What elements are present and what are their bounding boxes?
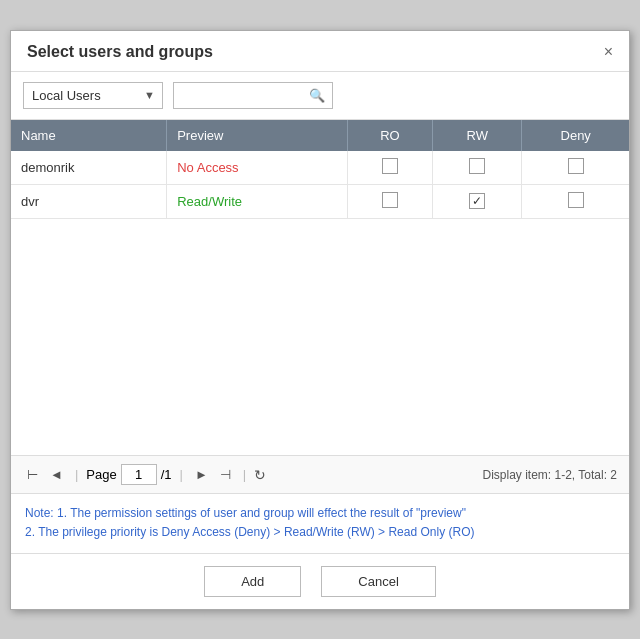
cell-preview: Read/Write xyxy=(167,184,348,218)
page-label: Page xyxy=(86,467,116,482)
checkbox-rw[interactable] xyxy=(469,193,485,209)
search-wrapper: 🔍 xyxy=(173,82,333,109)
notes-section: Note: 1. The permission settings of user… xyxy=(11,493,629,552)
checkbox-ro[interactable] xyxy=(382,158,398,174)
user-group-dropdown[interactable]: Local Users Local Groups xyxy=(23,82,163,109)
display-info: Display item: 1-2, Total: 2 xyxy=(482,468,617,482)
close-button[interactable]: × xyxy=(604,44,613,60)
checkbox-rw[interactable] xyxy=(469,158,485,174)
table-header-row: Name Preview RO RW Deny xyxy=(11,120,629,151)
col-header-preview: Preview xyxy=(167,120,348,151)
note-line-2: 2. The privilege priority is Deny Access… xyxy=(25,523,615,542)
separator-2: | xyxy=(179,467,182,482)
cell-ro xyxy=(347,151,432,185)
cancel-button[interactable]: Cancel xyxy=(321,566,435,597)
checkbox-deny[interactable] xyxy=(568,158,584,174)
prev-page-button[interactable]: ◄ xyxy=(46,465,67,484)
page-input[interactable] xyxy=(121,464,157,485)
total-pages: /1 xyxy=(161,467,172,482)
checkbox-ro[interactable] xyxy=(382,192,398,208)
users-table-container: Name Preview RO RW Deny demonrikNo Acces… xyxy=(11,120,629,456)
col-header-rw: RW xyxy=(433,120,522,151)
col-header-name: Name xyxy=(11,120,167,151)
toolbar: Local Users Local Groups ▼ 🔍 xyxy=(11,72,629,120)
note-line-1: Note: 1. The permission settings of user… xyxy=(25,504,615,523)
col-header-ro: RO xyxy=(347,120,432,151)
pagination-controls: ⊢ ◄ | Page /1 | ► ⊣ | ↻ xyxy=(23,464,266,485)
users-table: Name Preview RO RW Deny demonrikNo Acces… xyxy=(11,120,629,219)
dialog-title: Select users and groups xyxy=(27,43,213,61)
cell-rw xyxy=(433,151,522,185)
next-page-button[interactable]: ► xyxy=(191,465,212,484)
first-page-button[interactable]: ⊢ xyxy=(23,465,42,484)
user-group-dropdown-wrapper: Local Users Local Groups ▼ xyxy=(23,82,163,109)
checkbox-deny[interactable] xyxy=(568,192,584,208)
pagination-bar: ⊢ ◄ | Page /1 | ► ⊣ | ↻ Display item: 1-… xyxy=(11,455,629,493)
last-page-button[interactable]: ⊣ xyxy=(216,465,235,484)
action-bar: Add Cancel xyxy=(11,553,629,609)
separator-1: | xyxy=(75,467,78,482)
cell-name: demonrik xyxy=(11,151,167,185)
add-button[interactable]: Add xyxy=(204,566,301,597)
cell-name: dvr xyxy=(11,184,167,218)
table-row: dvrRead/Write xyxy=(11,184,629,218)
cell-deny xyxy=(522,184,629,218)
dialog: Select users and groups × Local Users Lo… xyxy=(10,30,630,610)
cell-deny xyxy=(522,151,629,185)
table-row: demonrikNo Access xyxy=(11,151,629,185)
separator-3: | xyxy=(243,467,246,482)
cell-rw xyxy=(433,184,522,218)
dialog-header: Select users and groups × xyxy=(11,31,629,72)
refresh-button[interactable]: ↻ xyxy=(254,467,266,483)
cell-ro xyxy=(347,184,432,218)
search-input[interactable] xyxy=(173,82,333,109)
cell-preview: No Access xyxy=(167,151,348,185)
col-header-deny: Deny xyxy=(522,120,629,151)
